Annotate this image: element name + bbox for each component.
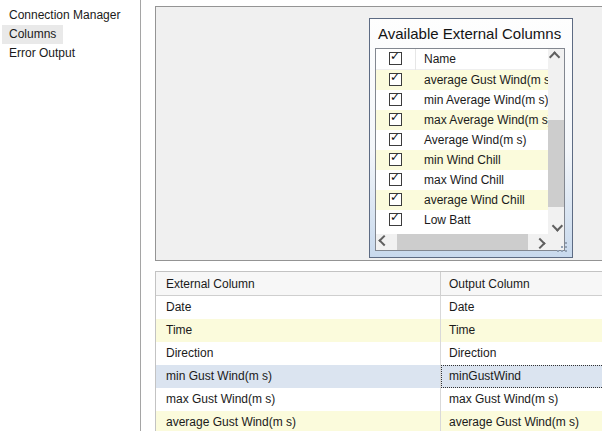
check-icon: ✓ [390,131,400,144]
column-checkbox[interactable]: ✓ [389,213,402,226]
mapping-row[interactable]: DateDate [156,296,602,319]
chevron-left-icon [378,235,389,246]
external-column-cell[interactable]: max Gust Wind(m s) [156,388,441,411]
mapping-row[interactable]: max Gust Wind(m s)max Gust Wind(m s) [156,388,602,411]
check-icon: ✓ [390,191,400,204]
output-column-header[interactable]: Output Column [441,272,602,295]
sidebar-item-columns[interactable]: Columns [2,25,63,44]
scroll-left-button[interactable] [376,234,392,250]
check-icon: ✓ [390,91,400,104]
external-column-cell[interactable]: average Gust Wind(m s) [156,411,441,431]
vertical-scroll-thumb[interactable] [548,120,564,207]
vertical-scrollbar[interactable] [548,49,564,234]
external-column-cell[interactable]: min Gust Wind(m s) [156,365,441,388]
external-column-cell[interactable]: Date [156,296,441,319]
settings-nav: Connection ManagerColumnsError Output [0,0,141,431]
column-name: min Wind Chill [424,150,501,170]
check-icon: ✓ [390,211,400,224]
column-checkbox[interactable]: ✓ [389,113,402,126]
check-icon: ✓ [390,71,400,84]
check-icon: ✓ [390,50,400,63]
output-column-cell[interactable]: Direction [441,342,602,365]
column-checkbox[interactable]: ✓ [389,193,402,206]
check-icon: ✓ [390,111,400,124]
external-columns-list: ✓ Name ✓average Gust Wind(m s)✓min Avera… [375,48,565,251]
column-checkbox[interactable]: ✓ [389,133,402,146]
check-icon: ✓ [390,171,400,184]
mapping-row[interactable]: average Gust Wind(m s)average Gust Wind(… [156,411,602,431]
sidebar-item-error-output[interactable]: Error Output [2,44,82,63]
external-column-row[interactable]: ✓max Wind Chill [376,170,548,190]
resize-grip[interactable] [557,242,569,254]
mapping-table: External Column Output Column DateDateTi… [155,271,602,431]
column-header-row: ✓ Name [376,49,548,70]
column-name: average Gust Wind(m s) [424,70,554,90]
column-checkbox[interactable]: ✓ [389,93,402,106]
output-column-cell[interactable]: Time [441,319,602,342]
scroll-right-button[interactable] [532,234,548,250]
external-column-row[interactable]: ✓min Average Wind(m s) [376,90,548,110]
external-column-row[interactable]: ✓Average Wind(m s) [376,130,548,150]
columns-panel: Available External Columns ✓ Name ✓avera… [155,6,602,261]
column-name: max Average Wind(m s) [424,110,552,130]
sidebar-item-connection-manager[interactable]: Connection Manager [2,6,127,25]
external-column-row[interactable]: ✓average Gust Wind(m s) [376,70,548,90]
column-header-name[interactable]: Name [424,49,456,70]
resize-grip-icon [557,242,559,244]
available-external-columns-panel: Available External Columns ✓ Name ✓avera… [369,18,573,258]
scroll-up-button[interactable] [548,49,564,65]
column-checkbox[interactable]: ✓ [389,73,402,86]
external-column-cell[interactable]: Direction [156,342,441,365]
column-checkbox[interactable]: ✓ [389,173,402,186]
output-column-cell[interactable]: max Gust Wind(m s) [441,388,602,411]
chevron-up-icon [549,51,560,62]
scroll-down-button[interactable] [548,218,564,234]
column-name: average Wind Chill [424,190,525,210]
mapping-table-header: External Column Output Column [156,272,602,296]
output-column-cell[interactable]: Date [441,296,602,319]
column-name: Average Wind(m s) [424,130,526,150]
column-name: min Average Wind(m s) [424,90,548,110]
focused-cell-outline [441,365,602,388]
mapping-row[interactable]: min Gust Wind(m s)minGustWind [156,365,602,388]
horizontal-scrollbar[interactable] [376,234,548,250]
chevron-right-icon [534,238,545,249]
column-name: max Wind Chill [424,170,504,190]
output-column-cell[interactable]: minGustWind [441,365,602,388]
chevron-down-icon [552,220,563,231]
select-all-checkbox[interactable]: ✓ [389,52,402,65]
output-column-cell[interactable]: average Gust Wind(m s) [441,411,602,431]
horizontal-scroll-thumb[interactable] [397,234,528,250]
column-checkbox[interactable]: ✓ [389,153,402,166]
column-name: Low Batt [424,210,471,230]
external-column-row[interactable]: ✓max Average Wind(m s) [376,110,548,130]
external-column-row[interactable]: ✓Low Batt [376,210,548,230]
external-column-cell[interactable]: Time [156,319,441,342]
mapping-row[interactable]: DirectionDirection [156,342,602,365]
panel-title: Available External Columns [378,25,561,42]
external-column-row[interactable]: ✓min Wind Chill [376,150,548,170]
mapping-row[interactable]: TimeTime [156,319,602,342]
check-icon: ✓ [390,151,400,164]
external-column-row[interactable]: ✓average Wind Chill [376,190,548,210]
external-column-header[interactable]: External Column [156,272,441,295]
